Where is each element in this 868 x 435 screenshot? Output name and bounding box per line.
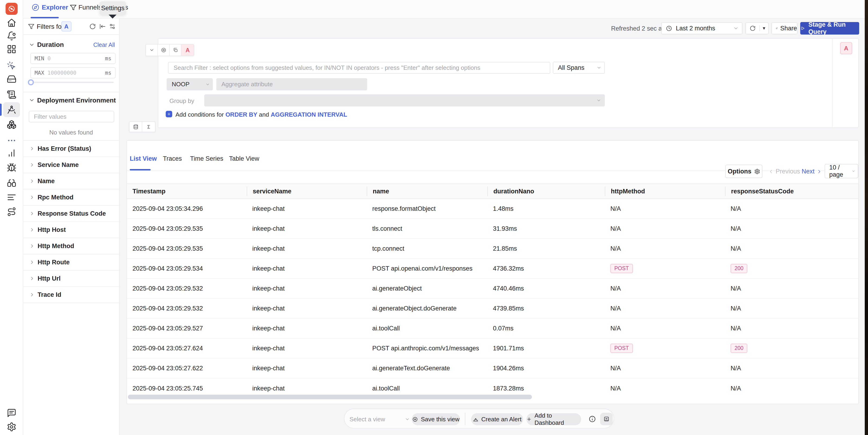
filter-section-response-status[interactable]: Response Status Code [23, 206, 119, 222]
sidebar-item-support[interactable] [7, 408, 17, 418]
column-header-servicename[interactable]: serviceName [247, 187, 367, 196]
filter-section-label: Http Url [38, 275, 61, 282]
deployment-chevron-icon[interactable] [29, 97, 35, 103]
previous-page-button[interactable]: Previous [768, 168, 800, 175]
query-label-chip[interactable]: A [61, 21, 71, 32]
filter-section-name[interactable]: Name [23, 173, 119, 190]
query-a-chip-right[interactable]: A [840, 42, 852, 54]
concierge-bell-icon [473, 416, 478, 422]
order-by-link[interactable]: ORDER BY [225, 111, 257, 118]
search-filter-field[interactable] [168, 62, 550, 74]
add-formula-button[interactable] [142, 122, 155, 132]
sidebar-item-trace-funnels[interactable] [7, 207, 17, 216]
filter-section-http-method[interactable]: Http Method [23, 238, 119, 255]
toggle-query-visibility-button[interactable] [158, 44, 169, 56]
add-to-dashboard-button[interactable]: Add to Dashboard [526, 413, 581, 425]
share-button[interactable]: Share [771, 22, 798, 34]
duration-max-field[interactable]: MAX ms [30, 67, 116, 78]
span-scope-select[interactable]: All Spans [553, 62, 605, 74]
filter-settings-icon[interactable] [109, 23, 116, 30]
active-tab-underline [130, 169, 151, 170]
sidebar-item-settings[interactable] [7, 422, 17, 432]
clear-all-link[interactable]: Clear All [93, 41, 115, 48]
table-row[interactable]: 2025-09-04 23:05:29.535inkeep-chattls.co… [127, 219, 858, 239]
table-row[interactable]: 2025-09-04 23:05:29.527inkeep-chatai.too… [127, 319, 858, 339]
select-view-dropdown[interactable]: Select a view [349, 413, 410, 425]
duration-max-input[interactable] [48, 70, 101, 76]
table-row[interactable]: 2025-09-04 23:05:27.622inkeep-chatai.gen… [127, 359, 858, 378]
filter-section-trace-id[interactable]: Trace Id [23, 287, 119, 303]
add-query-toolbar [129, 122, 155, 132]
sidebar-item-messaging-queues[interactable] [7, 120, 17, 129]
filter-section-rpc-method[interactable]: Rpc Method [23, 190, 119, 206]
column-header-name[interactable]: name [367, 187, 487, 196]
duration-min-field[interactable]: MIN ms [30, 53, 116, 64]
tab-table-view[interactable]: Table View [229, 155, 259, 162]
horizontal-scrollbar[interactable] [128, 395, 532, 399]
sidebar-item-services[interactable] [7, 61, 17, 71]
tab-explorer[interactable]: Explorer [42, 4, 68, 11]
aggregate-attribute-field[interactable]: Aggregate attribute [216, 78, 367, 91]
filter-section-service-name[interactable]: Service Name [23, 157, 119, 173]
filter-section-http-url[interactable]: Http Url [23, 271, 119, 287]
sidebar-item-traces[interactable] [7, 105, 17, 114]
stage-run-query-button[interactable]: Stage & Run Query [800, 22, 859, 35]
sidebar-item-alert-rules[interactable] [7, 193, 17, 202]
sidebar-item-more[interactable] [7, 136, 17, 145]
tab-funnels[interactable]: Funnels [79, 4, 102, 11]
add-query-button[interactable] [129, 122, 142, 132]
tab-traces[interactable]: Traces [163, 155, 182, 162]
clone-query-button[interactable] [169, 44, 182, 56]
sidebar-item-infrastructure[interactable] [7, 74, 17, 84]
table-row[interactable]: 2025-09-04 23:05:29.532inkeep-chatai.gen… [127, 279, 858, 299]
group-by-field[interactable] [204, 94, 605, 106]
column-header-timestamp[interactable]: Timestamp [127, 187, 247, 196]
aggregation-interval-link[interactable]: AGGREGATION INTERVAL [271, 111, 347, 118]
options-button[interactable]: Options [725, 165, 763, 178]
duration-chevron-icon[interactable] [29, 42, 35, 48]
save-view-button[interactable]: Save this view [412, 413, 460, 425]
add-conditions-button[interactable] [166, 111, 172, 117]
filters-sync-icon[interactable] [89, 23, 96, 30]
aggregation-operator-select[interactable]: NOOP [167, 78, 213, 91]
sidebar-item-alerts[interactable] [7, 31, 17, 41]
column-header-httpmethod[interactable]: httpMethod [605, 187, 725, 196]
next-page-button[interactable]: Next [802, 168, 822, 175]
info-icon[interactable] [589, 415, 596, 423]
sidebar-item-api-monitoring[interactable] [7, 178, 17, 188]
tab-time-series[interactable]: Time Series [190, 155, 223, 162]
refresh-caret[interactable]: ▼ [760, 26, 768, 31]
refresh-icon[interactable] [746, 25, 760, 31]
table-row[interactable]: 2025-09-04 23:05:29.532inkeep-chatai.gen… [127, 299, 858, 319]
signoz-logo[interactable] [6, 3, 18, 15]
ellipsis-icon [7, 136, 17, 145]
collapse-query-button[interactable] [146, 44, 158, 56]
sidebar-item-dashboards[interactable] [7, 44, 17, 54]
table-row[interactable]: 2025-09-04 23:05:34.296inkeep-chatrespon… [127, 199, 858, 219]
column-header-responsestatuscode[interactable]: responseStatusCode [725, 187, 859, 196]
duration-min-input[interactable] [48, 56, 101, 62]
table-row[interactable]: 2025-09-04 23:05:29.534inkeep-chatPOST a… [127, 259, 858, 279]
query-a-chip[interactable]: A [182, 44, 194, 56]
time-range-select[interactable]: Last 2 months [661, 22, 742, 34]
filter-section-http-route[interactable]: Http Route [23, 255, 119, 271]
refresh-split-button[interactable]: ▼ [745, 22, 769, 34]
sidebar-item-home[interactable] [7, 18, 17, 28]
sidebar-item-logs[interactable] [7, 90, 17, 99]
column-header-durationnano[interactable]: durationNano [487, 187, 605, 196]
filter-section-has-error[interactable]: Has Error (Status) [23, 141, 119, 157]
search-filter-input[interactable] [168, 64, 550, 71]
table-row[interactable]: 2025-09-04 23:05:29.535inkeep-chattcp.co… [127, 239, 858, 259]
duration-slider-handle[interactable] [28, 79, 34, 85]
page-size-select[interactable]: 10 / page [825, 164, 858, 178]
deployment-filter-input[interactable] [29, 111, 114, 123]
sidebar-item-metrics[interactable] [7, 148, 17, 158]
duration-slider-track[interactable] [30, 81, 114, 83]
filter-section-http-host[interactable]: Http Host [23, 222, 119, 238]
download-image-button[interactable] [600, 413, 613, 425]
create-alert-button[interactable]: Create an Alert [471, 413, 523, 425]
collapse-panel-icon[interactable] [99, 23, 106, 30]
tab-list-view[interactable]: List View [130, 155, 157, 162]
sidebar-item-exceptions[interactable] [7, 163, 17, 172]
table-row[interactable]: 2025-09-04 23:05:27.624inkeep-chatPOST a… [127, 339, 858, 359]
